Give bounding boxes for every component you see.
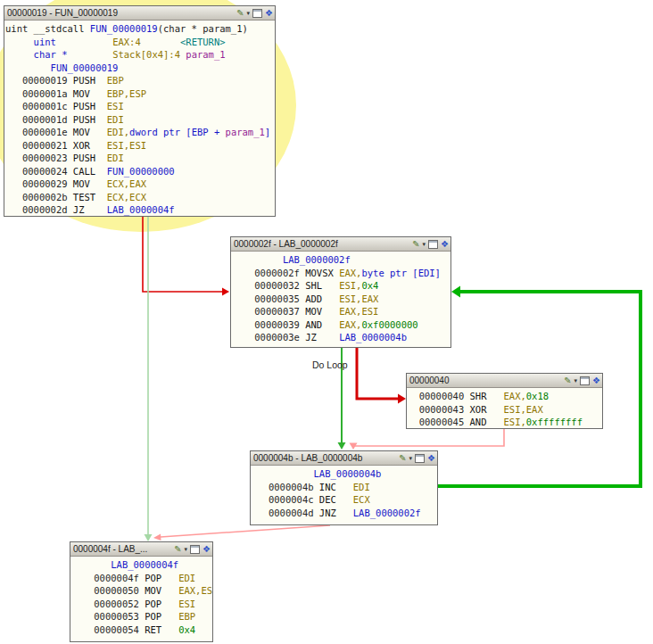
- code-line[interactable]: char * Stack[0x4]:4 param_1: [5, 48, 275, 62]
- code-token: POP: [145, 611, 178, 622]
- code-token: PUSH: [73, 75, 107, 86]
- graph-block-lab-0000004b[interactable]: 0000004b - LAB_0000004b ✎ ▾ ❖ LAB_000000…: [250, 450, 438, 525]
- code-token: JNZ: [319, 508, 353, 518]
- code-line[interactable]: 0000002f MOVSX EAX,byte ptr [EDI]: [232, 267, 450, 280]
- code-line[interactable]: 0000001d PUSH EDI: [5, 113, 275, 127]
- restore-window-icon[interactable]: [415, 454, 425, 463]
- edit-label-icon[interactable]: ✎: [174, 545, 181, 554]
- edge-b2-b3[interactable]: [357, 348, 400, 399]
- code-token: 00000050: [71, 585, 145, 596]
- graph-block-00000040[interactable]: 00000040 ✎ ▾ ❖ 00000040 SHR EAX,0x18 000…: [406, 373, 603, 429]
- code-token: ]: [265, 127, 270, 137]
- code-line[interactable]: 00000039 AND EAX,0xf0000000: [232, 318, 450, 332]
- code-line[interactable]: 0000003e JZ LAB_0000004b: [232, 331, 450, 344]
- code-line[interactable]: 00000019 PUSH EBP: [5, 74, 275, 87]
- group-vertex-icon[interactable]: ❖: [441, 240, 449, 249]
- group-vertex-icon[interactable]: ❖: [203, 545, 211, 554]
- code-line[interactable]: 0000001c PUSH ESI: [5, 100, 275, 113]
- code-line[interactable]: 0000001a MOV EBP,ESP: [5, 87, 275, 101]
- code-token: EBP: [107, 75, 124, 86]
- block-titlebar[interactable]: 0000002f - LAB_0000002f ✎ ▾ ❖: [231, 237, 450, 252]
- block-titlebar[interactable]: 00000019 - FUN_00000019 ✎ ▾ ❖: [4, 6, 275, 21]
- code-line[interactable]: 00000035 ADD ESI,EAX: [232, 293, 450, 306]
- code-line[interactable]: uint EAX:4 <RETURN>: [5, 36, 275, 49]
- group-vertex-icon[interactable]: ❖: [265, 9, 273, 18]
- code-line[interactable]: 00000021 XOR ESI,ESI: [5, 139, 275, 153]
- code-line[interactable]: 00000029 MOV ECX,EAX: [5, 178, 275, 191]
- block-titlebar[interactable]: 0000004f - LAB_... ✎ ▾ ❖: [70, 542, 212, 557]
- code-token: 00000043: [408, 404, 470, 415]
- block-code-listing: LAB_0000002f 0000002f MOVSX EAX,byte ptr…: [231, 252, 450, 344]
- code-line[interactable]: 00000040 SHR EAX,0x18: [408, 390, 602, 403]
- code-line[interactable]: 00000053 POP EBP: [71, 610, 212, 623]
- graph-block-lab-0000004f[interactable]: 0000004f - LAB_... ✎ ▾ ❖ LAB_0000004f 00…: [70, 541, 213, 642]
- code-token: ESI: [178, 599, 195, 609]
- chevron-down-icon[interactable]: ▾: [247, 9, 251, 18]
- group-vertex-icon[interactable]: ❖: [427, 454, 435, 463]
- code-line[interactable]: 0000002b TEST ECX,ECX: [5, 191, 275, 204]
- code-line[interactable]: 0000004c DEC ECX: [252, 493, 437, 507]
- code-token: 00000035: [232, 293, 305, 304]
- graph-block-fun-00000019[interactable]: 00000019 - FUN_00000019 ✎ ▾ ❖ uint __std…: [4, 5, 276, 217]
- code-line[interactable]: 0000002d JZ LAB_0000004f: [5, 203, 275, 217]
- code-token: 0000004d: [252, 508, 319, 518]
- code-token: [232, 254, 283, 265]
- code-line[interactable]: 00000037 MOV EAX,ESI: [232, 305, 450, 318]
- code-line[interactable]: 00000054 RET 0x4: [71, 623, 212, 637]
- edge-b1-b2-arrowhead-icon: [222, 288, 229, 296]
- restore-window-icon[interactable]: [190, 545, 200, 554]
- code-line[interactable]: 00000052 POP ESI: [71, 598, 212, 611]
- edge-b4-b5-arrowhead-icon: [153, 534, 161, 541]
- group-vertex-icon[interactable]: ❖: [592, 376, 600, 385]
- restore-window-icon[interactable]: [428, 240, 438, 249]
- edit-label-icon[interactable]: ✎: [399, 454, 406, 463]
- restore-window-icon[interactable]: [580, 376, 590, 385]
- code-token: 00000021: [5, 140, 73, 151]
- block-titlebar[interactable]: 00000040 ✎ ▾ ❖: [407, 374, 602, 388]
- graph-block-lab-0000002f[interactable]: 0000002f - LAB_0000002f ✎ ▾ ❖ LAB_000000…: [230, 236, 451, 348]
- code-token: MOV: [73, 127, 107, 137]
- code-token: ESI,: [339, 280, 361, 291]
- edge-b3-b4[interactable]: [353, 429, 504, 446]
- code-line[interactable]: 00000024 CALL FUN_00000000: [5, 165, 275, 178]
- code-token: [EBP +: [186, 127, 225, 137]
- chevron-down-icon[interactable]: ▾: [423, 240, 426, 249]
- code-line[interactable]: LAB_0000002f: [232, 253, 450, 267]
- restore-window-icon[interactable]: [252, 9, 262, 18]
- code-line[interactable]: 00000050 MOV EAX,ESI: [71, 584, 212, 598]
- edit-label-icon[interactable]: ✎: [564, 376, 571, 385]
- code-line[interactable]: FUN_00000019: [5, 62, 275, 75]
- code-line[interactable]: 0000004b INC EDI: [252, 481, 437, 494]
- code-line[interactable]: 0000004f POP EDI: [71, 572, 212, 585]
- edit-label-icon[interactable]: ✎: [236, 9, 244, 18]
- code-token: FUN_00000000: [107, 166, 175, 177]
- code-line[interactable]: LAB_0000004f: [71, 558, 212, 572]
- code-token: 0000001c: [5, 101, 73, 111]
- code-line[interactable]: LAB_0000004b: [252, 467, 437, 481]
- code-token: CALL: [73, 166, 107, 177]
- edit-label-icon[interactable]: ✎: [412, 240, 419, 249]
- code-line[interactable]: 0000001e MOV EDI,dword ptr [EBP + param_…: [5, 126, 275, 139]
- code-line[interactable]: 00000045 AND ESI,0xffffffff: [408, 416, 602, 429]
- code-token: PUSH: [73, 153, 107, 163]
- code-token: AND: [305, 319, 339, 330]
- code-line[interactable]: 00000023 PUSH EDI: [5, 152, 275, 165]
- code-token: 0000002d: [5, 204, 73, 215]
- chevron-down-icon[interactable]: ▾: [574, 376, 578, 385]
- block-toolbar: ✎ ▾ ❖: [174, 545, 211, 554]
- chevron-down-icon[interactable]: ▾: [409, 454, 413, 463]
- chevron-down-icon[interactable]: ▾: [185, 545, 188, 554]
- edge-b2-b3-arrowhead-icon: [398, 394, 406, 404]
- code-line[interactable]: 00000032 SHL ESI,0x4: [232, 279, 450, 293]
- code-token: uint: [34, 37, 56, 47]
- code-token: ESI,ESI: [107, 140, 146, 151]
- edge-b4-b5[interactable]: [161, 525, 330, 537]
- block-titlebar[interactable]: 0000004b - LAB_0000004b ✎ ▾ ❖: [251, 451, 437, 466]
- code-line[interactable]: uint __stdcall FUN_00000019(char * param…: [5, 22, 275, 36]
- code-token: EAX,: [503, 391, 525, 401]
- code-line[interactable]: 0000004d JNZ LAB_0000002f: [252, 507, 437, 520]
- code-token: ECX: [353, 494, 370, 505]
- code-token: [68, 49, 113, 60]
- code-line[interactable]: 00000043 XOR ESI,EAX: [408, 403, 602, 417]
- code-token: EAX,: [339, 319, 361, 330]
